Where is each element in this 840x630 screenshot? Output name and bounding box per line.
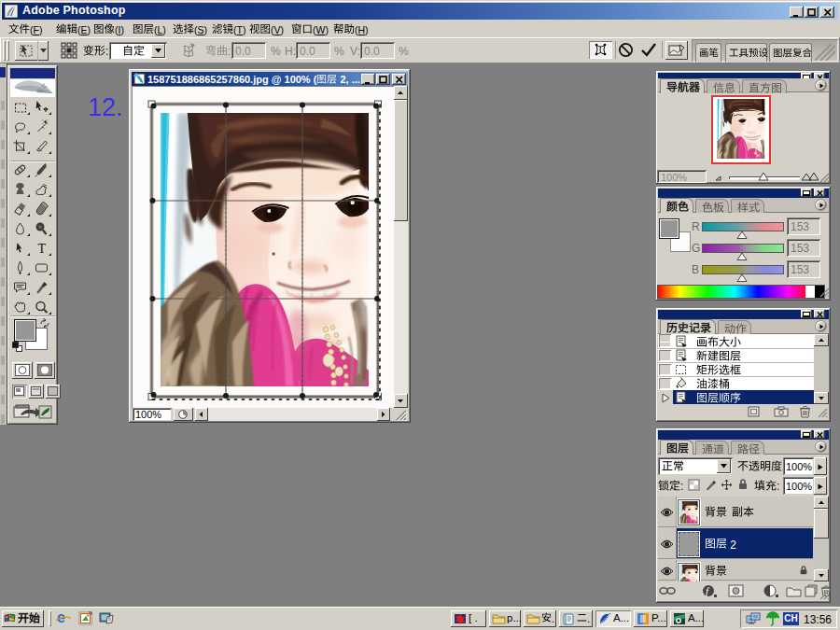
svg-text:T: T — [38, 242, 47, 256]
